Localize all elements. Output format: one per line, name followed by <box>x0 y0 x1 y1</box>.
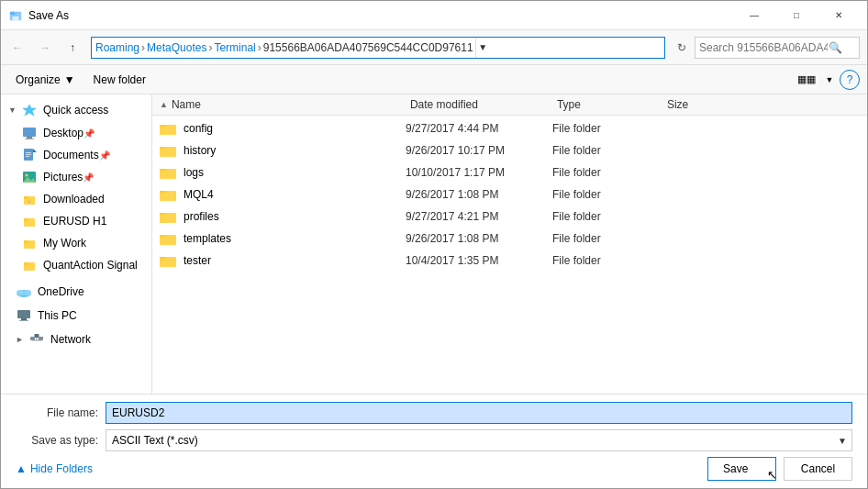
svg-marker-3 <box>23 105 36 116</box>
col-size-header[interactable]: Size <box>667 98 860 111</box>
breadcrumb-roaming[interactable]: Roaming <box>95 41 139 54</box>
search-input[interactable] <box>699 41 828 54</box>
filename-input[interactable] <box>106 402 852 424</box>
organize-button[interactable]: Organize ▼ <box>8 70 83 90</box>
onedrive-item[interactable]: OneDrive <box>1 280 151 304</box>
breadcrumb[interactable]: Roaming › MetaQuotes › Terminal › 915566… <box>91 37 665 59</box>
svg-rect-28 <box>21 318 27 320</box>
file-type: File folder <box>552 210 662 223</box>
right-panel: ▲ Name Date modified Type Size config 9/… <box>152 94 867 394</box>
svg-rect-44 <box>160 171 176 179</box>
downloaded-icon: ↓ <box>21 191 38 207</box>
file-name: config <box>184 122 406 135</box>
folder-icon <box>160 230 176 247</box>
svg-rect-5 <box>27 137 32 139</box>
svg-rect-41 <box>160 149 176 157</box>
breadcrumb-id: 915566BA06ADA407569C544CC0D97611 <box>263 41 473 54</box>
window-controls: — □ ✕ <box>733 1 860 30</box>
thispc-icon <box>16 307 32 324</box>
navigation-toolbar: ← → ↑ Roaming › MetaQuotes › Terminal › … <box>1 30 867 65</box>
file-type: File folder <box>552 254 662 267</box>
mywork-icon <box>21 235 38 251</box>
table-row[interactable]: history 9/26/2017 10:17 PM File folder <box>152 139 867 161</box>
table-row[interactable]: config 9/27/2017 4:44 PM File folder <box>152 117 867 139</box>
col-date-header[interactable]: Date modified <box>410 98 557 111</box>
table-row[interactable]: templates 9/26/2017 1:08 PM File folder <box>152 228 867 250</box>
table-row[interactable]: MQL4 9/26/2017 1:08 PM File folder <box>152 183 867 206</box>
svg-point-26 <box>24 290 31 295</box>
onedrive-label: OneDrive <box>38 285 84 298</box>
forward-button[interactable]: → <box>32 35 58 61</box>
sidebar-item-eurusd[interactable]: EURUSD H1 <box>1 210 151 232</box>
refresh-button[interactable]: ↻ <box>671 37 693 59</box>
breadcrumb-metaquotes[interactable]: MetaQuotes <box>147 41 206 54</box>
pictures-label: Pictures <box>43 171 83 183</box>
svg-rect-53 <box>160 237 176 245</box>
network-item[interactable]: ► Network <box>1 328 151 351</box>
mywork-label: My Work <box>43 237 86 250</box>
folder-icon <box>160 186 176 203</box>
table-row[interactable]: logs 10/10/2017 1:17 PM File folder <box>152 161 867 183</box>
thispc-item[interactable]: This PC <box>1 304 151 328</box>
sort-arrow-icon: ▲ <box>160 100 168 109</box>
search-box[interactable]: 🔍 <box>695 37 860 59</box>
file-date: 10/4/2017 1:35 PM <box>406 254 552 267</box>
svg-rect-23 <box>24 262 28 265</box>
quick-access-header[interactable]: ▼ Quick access <box>1 98 151 122</box>
svg-rect-9 <box>26 152 31 153</box>
svg-rect-1 <box>10 11 15 15</box>
sidebar-item-documents[interactable]: Documents 📌 <box>1 144 151 166</box>
save-button[interactable]: Save ↖ <box>707 457 776 481</box>
downloaded-label: Downloaded <box>43 193 105 206</box>
desktop-pin-icon[interactable]: 📌 <box>83 128 95 139</box>
hide-folders-button[interactable]: ▲ Hide Folders <box>16 462 93 475</box>
sidebar-item-downloaded[interactable]: ↓ Downloaded <box>1 188 151 210</box>
table-row[interactable]: tester 10/4/2017 1:35 PM File folder <box>152 250 867 272</box>
svg-rect-31 <box>39 337 43 340</box>
sidebar-item-desktop[interactable]: Desktop 📌 <box>1 122 151 144</box>
hide-folders-chevron-icon: ▲ <box>16 462 27 475</box>
view-button[interactable]: ▦▦ <box>794 70 819 90</box>
file-date: 9/27/2017 4:21 PM <box>406 210 552 223</box>
up-button[interactable]: ↑ <box>60 35 85 61</box>
file-name: MQL4 <box>184 188 406 201</box>
file-type: File folder <box>552 122 662 135</box>
breadcrumb-dropdown-button[interactable]: ▼ <box>475 37 490 59</box>
svg-rect-32 <box>35 334 39 338</box>
filename-label: File name: <box>16 406 98 419</box>
folder-icon <box>160 142 176 159</box>
bottom-buttons-row: ▲ Hide Folders Save ↖ Cancel <box>16 457 852 481</box>
filename-row: File name: <box>16 402 852 424</box>
file-date: 10/10/2017 1:17 PM <box>406 166 552 179</box>
column-headers: ▲ Name Date modified Type Size <box>152 94 867 116</box>
sidebar-item-pictures[interactable]: Pictures 📌 <box>1 166 151 188</box>
col-name-header[interactable]: Name <box>172 98 410 111</box>
file-type: File folder <box>552 166 662 179</box>
minimize-button[interactable]: — <box>733 1 775 30</box>
view-dropdown-button[interactable]: ▼ <box>823 70 836 90</box>
maximize-button[interactable]: □ <box>775 1 818 30</box>
quick-access-label: Quick access <box>43 104 144 117</box>
file-date: 9/26/2017 10:17 PM <box>406 144 552 157</box>
pictures-pin-icon[interactable]: 📌 <box>83 172 94 183</box>
savetype-select[interactable]: ASCII Text (*.csv) <box>106 429 852 451</box>
sidebar-item-mywork[interactable]: My Work <box>1 232 151 254</box>
col-type-header[interactable]: Type <box>557 98 667 111</box>
file-name: tester <box>184 254 406 267</box>
sidebar-item-quantaction[interactable]: QuantAction Signal <box>1 254 151 276</box>
documents-pin-icon[interactable]: 📌 <box>99 150 110 161</box>
file-list: config 9/27/2017 4:44 PM File folder his… <box>152 116 867 394</box>
new-folder-button[interactable]: New folder <box>86 70 153 90</box>
dialog-title: Save As <box>28 9 733 22</box>
svg-rect-2 <box>13 16 19 19</box>
close-button[interactable]: ✕ <box>818 1 860 30</box>
svg-rect-19 <box>24 218 28 221</box>
svg-rect-30 <box>30 337 35 340</box>
back-button[interactable]: ← <box>5 35 30 61</box>
svg-rect-6 <box>25 139 34 139</box>
file-date: 9/27/2017 4:44 PM <box>406 122 552 135</box>
breadcrumb-terminal[interactable]: Terminal <box>214 41 255 54</box>
cancel-button[interactable]: Cancel <box>784 457 852 481</box>
table-row[interactable]: profiles 9/27/2017 4:21 PM File folder <box>152 206 867 228</box>
help-button[interactable]: ? <box>840 70 860 90</box>
